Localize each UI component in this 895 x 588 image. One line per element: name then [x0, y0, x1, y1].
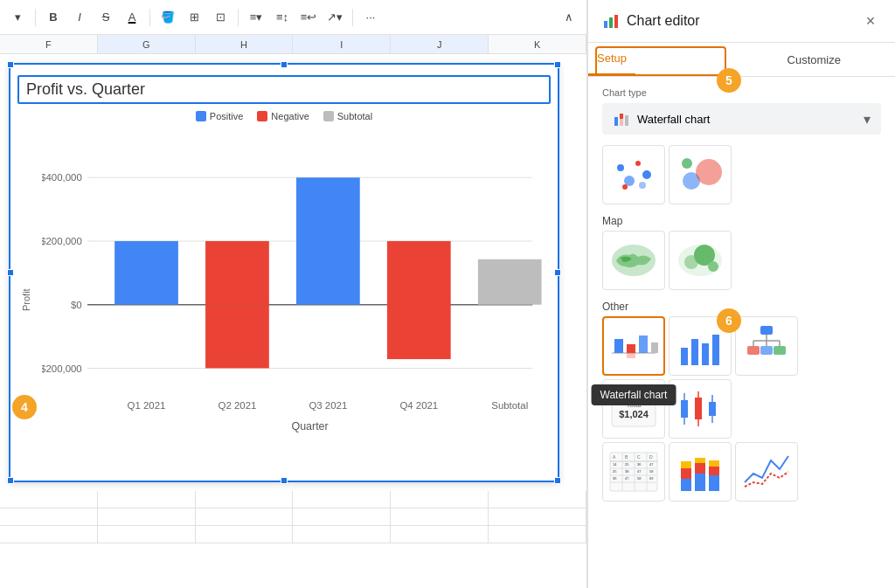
divider [35, 9, 36, 26]
resize-handle-bl[interactable] [7, 477, 14, 484]
thumb-waterfall[interactable] [602, 316, 665, 376]
svg-text:58: 58 [637, 476, 642, 481]
resize-handle-tr[interactable] [554, 61, 561, 68]
panel-tabs: Setup Customize [588, 43, 895, 77]
grid-cell[interactable] [196, 491, 294, 508]
tab-setup[interactable]: Setup [588, 43, 635, 76]
resize-handle-mr[interactable] [554, 269, 561, 276]
svg-text:36: 36 [613, 476, 617, 481]
chart-container[interactable]: Profit vs. Quarter Positive Negative Sub… [9, 63, 559, 482]
thumb-waterfall-wrapper: Waterfall chart [602, 316, 665, 376]
grid-cell[interactable] [293, 491, 391, 508]
italic-btn[interactable]: I [69, 7, 90, 28]
panel-body[interactable]: Chart type Waterfall chart ▾ [588, 77, 895, 588]
panel-title: Chart editor [627, 13, 853, 29]
grid-cell[interactable] [293, 508, 391, 525]
grid-cell[interactable] [293, 526, 391, 543]
svg-rect-48 [691, 339, 698, 365]
col-header-f[interactable]: F [0, 35, 98, 53]
grid-cell[interactable] [489, 491, 586, 508]
svg-rect-13 [478, 259, 542, 305]
legend-dot-positive [196, 111, 206, 121]
svg-text:Quarter: Quarter [291, 420, 328, 432]
chart-type-dropdown[interactable]: Waterfall chart ▾ [602, 103, 881, 135]
grid-cell[interactable] [98, 508, 196, 525]
svg-text:$1,024: $1,024 [619, 409, 649, 419]
chart-type-label: Chart type [602, 87, 881, 98]
thumb-line[interactable] [735, 442, 798, 502]
svg-rect-21 [609, 17, 613, 28]
resize-handle-tm[interactable] [281, 61, 288, 68]
text-color-btn[interactable]: A [121, 7, 142, 28]
rotate-btn[interactable]: ↗▾ [324, 7, 345, 28]
thumb-candlestick[interactable] [669, 379, 732, 439]
other-charts-row1: Waterfall chart [602, 316, 881, 376]
resize-handle-bm[interactable] [281, 477, 288, 484]
col-header-h[interactable]: H [196, 35, 294, 53]
svg-rect-46 [651, 342, 658, 353]
grid-cell[interactable] [98, 526, 196, 543]
grid-cell[interactable] [391, 526, 489, 543]
col-header-i[interactable]: I [293, 35, 391, 53]
svg-rect-58 [760, 346, 773, 355]
grid-cell[interactable] [489, 508, 586, 525]
resize-handle-tl[interactable] [7, 61, 14, 68]
borders-btn[interactable]: ⊞ [184, 7, 205, 28]
grid-cell[interactable] [98, 491, 196, 508]
toolbar: ▾ B I S A 🪣 ⊞ ⊡ ≡▾ ≡↕ ≡↩ ↗▾ ··· ∧ [0, 0, 586, 35]
col-header-g[interactable]: G [98, 35, 196, 53]
resize-handle-br[interactable] [554, 477, 561, 484]
thumb-bubble[interactable] [669, 145, 732, 204]
chart-editor-panel: Chart editor × Setup Customize 5 Chart t… [587, 0, 895, 588]
bold-btn[interactable]: B [43, 7, 64, 28]
grid-cell[interactable] [0, 508, 98, 525]
wrap-btn[interactable]: ≡↩ [298, 7, 319, 28]
grid-cell[interactable] [489, 526, 586, 543]
grid-cell[interactable] [196, 508, 294, 525]
svg-point-27 [617, 164, 624, 171]
tab-customize[interactable]: Customize [733, 43, 896, 76]
column-headers: F G H I J K [0, 35, 586, 54]
thumb-scatter1[interactable] [602, 145, 665, 204]
svg-rect-50 [712, 335, 719, 365]
thumb-map2[interactable] [669, 231, 732, 290]
grid-cell[interactable] [391, 491, 489, 508]
legend-negative: Negative [257, 111, 309, 121]
valign-btn[interactable]: ≡↕ [272, 7, 293, 28]
svg-rect-97 [695, 463, 705, 474]
grid-cell[interactable] [0, 491, 98, 508]
thumb-org[interactable] [735, 316, 798, 376]
thumb-map1[interactable] [602, 231, 665, 290]
svg-point-32 [639, 182, 646, 189]
waterfall-tooltip: Waterfall chart [592, 384, 676, 405]
svg-rect-26 [625, 115, 628, 126]
svg-rect-101 [709, 460, 719, 467]
svg-rect-66 [695, 398, 702, 419]
svg-text:$200,000: $200,000 [42, 236, 82, 246]
svg-rect-98 [695, 458, 705, 463]
thumb-stacked[interactable] [669, 442, 732, 502]
grid-area: 4 Profit vs. Quarter Positive [0, 54, 586, 588]
annotation-6: 6 [717, 308, 741, 333]
grid-cell[interactable] [0, 526, 98, 543]
svg-text:47: 47 [625, 476, 629, 481]
resize-handle-ml[interactable] [7, 269, 14, 276]
svg-rect-64 [681, 400, 688, 418]
chart-thumbnails-map [602, 231, 881, 290]
collapse-btn[interactable]: ∧ [559, 7, 579, 28]
strikethrough-btn[interactable]: S [95, 7, 116, 28]
dropdown-btn[interactable]: ▾ [7, 7, 28, 28]
grid-cell[interactable] [196, 526, 294, 543]
svg-text:38: 38 [625, 469, 629, 474]
svg-text:Q4 2021: Q4 2021 [399, 400, 438, 411]
panel-close-button[interactable]: × [860, 10, 881, 31]
col-header-k[interactable]: K [489, 35, 586, 53]
grid-cell[interactable] [391, 508, 489, 525]
more-btn[interactable]: ··· [360, 7, 381, 28]
thumb-table[interactable]: A B C D 14 25 36 47 25 38 47 58 36 47 58… [602, 442, 665, 502]
fill-color-btn[interactable]: 🪣 [157, 7, 178, 28]
svg-rect-99 [709, 475, 719, 491]
merge-btn[interactable]: ⊡ [210, 7, 231, 28]
col-header-j[interactable]: J [391, 35, 489, 53]
align-btn[interactable]: ≡▾ [246, 7, 267, 28]
